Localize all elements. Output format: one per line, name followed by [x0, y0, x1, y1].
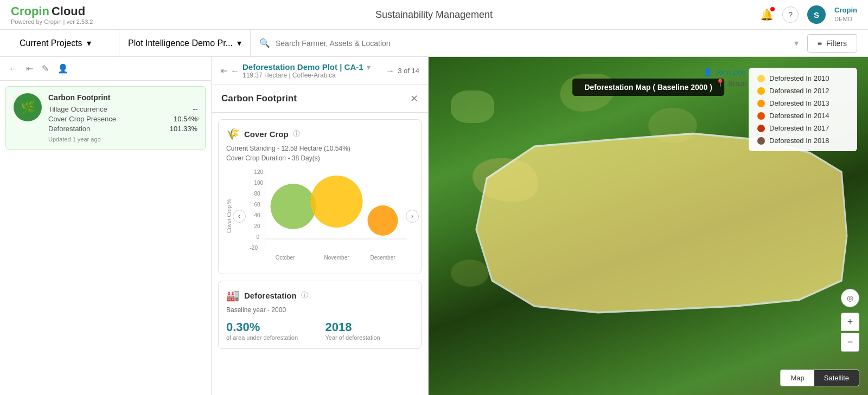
deforestation-row: Deforestation 101.33% — [48, 125, 197, 133]
nav-back[interactable]: ← — [9, 64, 17, 74]
svg-marker-16 — [476, 134, 847, 313]
svg-text:60: 60 — [254, 202, 261, 208]
zoom-out-button[interactable]: − — [841, 333, 859, 352]
logo-name-green: Cropin — [11, 4, 49, 18]
compass-button[interactable]: ◎ — [841, 289, 859, 307]
legend-label-2012: Deforested In 2012 — [769, 87, 829, 95]
modal-close-button[interactable]: ✕ — [410, 93, 418, 105]
location-pin-icon: 📍 — [716, 79, 725, 87]
legend-dot-2012 — [757, 87, 765, 95]
tillage-value: -- — [193, 105, 197, 113]
svg-text:0: 0 — [257, 234, 260, 240]
project-dropdown[interactable]: Current Projects ▾ — [11, 30, 119, 56]
legend-label-2014: Deforested In 2014 — [769, 112, 829, 120]
user-link[interactable]: John Doe — [716, 68, 746, 76]
legend-dot-2017 — [757, 125, 765, 132]
map-legend: Deforested In 2010 Deforested In 2012 De… — [749, 68, 857, 151]
plot-label: Plot Intelligence Demo Pr... — [128, 38, 233, 48]
left-nav: ← ⇤ ✎ 👤 — [0, 57, 211, 81]
center-panel: ⇤ ← Deforestation Demo Plot | CA-1 ▾ 119… — [212, 57, 429, 395]
map-area: Deforestation Map ( Baseline 2000 ) 👤 Jo… — [429, 57, 868, 395]
nav-user[interactable]: 👤 — [58, 63, 68, 74]
plot-nav-next[interactable]: → — [386, 66, 394, 76]
card-icon: 🌿 — [14, 93, 42, 121]
location-country: Brazil — [728, 79, 746, 87]
map-label: Deforestation Map ( Baseline 2000 ) — [572, 79, 724, 96]
satellite-view-button[interactable]: Satellite — [814, 370, 859, 386]
svg-point-10 — [271, 184, 316, 229]
left-panel: ← ⇤ ✎ 👤 🌿 Carbon Footprint Tillage Occur… — [0, 57, 212, 395]
cover-crop-label: Cover Crop Presence — [48, 115, 116, 123]
plot-info: Deforestation Demo Plot | CA-1 ▾ 119.37 … — [242, 62, 382, 79]
legend-dot-2018 — [757, 137, 765, 145]
user-name: Cropin — [834, 6, 857, 15]
legend-item-2010: Deforested In 2010 — [757, 74, 848, 82]
card-title: Carbon Footprint — [48, 93, 197, 102]
deforestation-section: 🏭 Deforestation ⓘ Baseline year - 2000 0… — [218, 281, 422, 349]
cover-crop-title: Cover Crop — [244, 129, 289, 139]
svg-point-11 — [311, 176, 363, 228]
svg-text:100: 100 — [254, 180, 264, 186]
map-background: Deforestation Map ( Baseline 2000 ) 👤 Jo… — [429, 57, 868, 395]
plot-nav-first[interactable]: ⇤ — [220, 66, 227, 76]
chart-inner: 120 100 80 60 40 20 0 -20 — [238, 166, 413, 266]
svg-text:40: 40 — [254, 212, 261, 218]
page-indicator: 3 of 14 — [398, 67, 419, 75]
deforestation-stats: 0.30% of area under deforestation 2018 Y… — [226, 320, 413, 341]
svg-text:October: October — [276, 255, 295, 261]
legend-label-2017: Deforested In 2017 — [769, 124, 829, 132]
modal-header: Carbon Footprint ✕ — [212, 85, 428, 113]
legend-label-2013: Deforested In 2013 — [769, 99, 829, 107]
legend-item-2017: Deforested In 2017 — [757, 124, 848, 132]
search-dropdown-arrow: ▾ — [794, 38, 799, 48]
deforestation-label: Deforestation — [48, 125, 90, 133]
chart-wrapper: Cover Crop % 120 100 80 60 40 20 0 — [226, 166, 413, 266]
nav-edit[interactable]: ✎ — [42, 63, 49, 74]
carbon-modal: Carbon Footprint ✕ 🌾 Cover Crop ⓘ Curren… — [212, 85, 428, 349]
plot-subtitle: 119.37 Hectare | Coffee-Arabica — [242, 72, 382, 79]
avatar[interactable]: S — [807, 5, 826, 24]
filter-icon: ≡ — [818, 39, 822, 48]
user-row: 👤 John Doe — [703, 68, 746, 76]
legend-item-2012: Deforested In 2012 — [757, 87, 848, 95]
svg-text:20: 20 — [254, 223, 261, 229]
filters-button[interactable]: ≡ Filters — [807, 34, 857, 53]
help-icon[interactable]: ? — [782, 7, 799, 23]
deforestation-title: Deforestation — [244, 291, 297, 300]
map-view-button[interactable]: Map — [781, 370, 814, 386]
carbon-footprint-card[interactable]: 🌿 Carbon Footprint Tillage Occurrence --… — [5, 86, 206, 150]
svg-text:December: December — [370, 255, 395, 261]
plot-nav-prev[interactable]: ← — [231, 66, 239, 76]
deforestation-header: 🏭 Deforestation ⓘ — [226, 289, 413, 302]
plot-dropdown[interactable]: Plot Intelligence Demo Pr... ▾ — [119, 30, 251, 56]
page-title: Sustainability Management — [375, 9, 493, 21]
svg-point-12 — [368, 205, 398, 236]
search-area: 🔍 ▾ — [251, 38, 807, 48]
user-person-icon: 👤 — [703, 68, 712, 76]
defor-percent-stat: 0.30% of area under deforestation — [226, 320, 315, 341]
defor-percent: 0.30% — [226, 320, 315, 334]
info-icon[interactable]: ⓘ — [293, 129, 300, 139]
user-info-panel: 👤 John Doe 📍 Brazil — [703, 68, 746, 87]
cover-crop-section: 🌾 Cover Crop ⓘ Current Standing - 12.58 … — [218, 119, 422, 274]
plot-dropdown-arrow[interactable]: ▾ — [367, 63, 371, 72]
defor-year-label: Year of deforestation — [326, 334, 414, 341]
zoom-in-button[interactable]: + — [841, 313, 859, 331]
cover-crop-duration: Cover Crop Duration - 38 Day(s) — [226, 154, 413, 162]
cover-crop-chart: Cover Crop % 120 100 80 60 40 20 0 — [226, 166, 413, 266]
defor-year-stat: 2018 Year of deforestation — [326, 320, 414, 341]
deforestation-info-icon[interactable]: ⓘ — [301, 290, 308, 300]
project-label: Current Projects — [20, 38, 82, 48]
legend-dot-2013 — [757, 100, 765, 107]
search-input[interactable] — [276, 39, 789, 48]
chart-next-button[interactable]: › — [406, 210, 419, 223]
map-satellite-toggle: Map Satellite — [780, 370, 859, 386]
legend-label-2010: Deforested In 2010 — [769, 74, 829, 82]
card-body: Carbon Footprint Tillage Occurrence -- C… — [48, 93, 197, 143]
chart-prev-button[interactable]: ‹ — [233, 210, 246, 223]
project-dropdown-arrow: ▾ — [87, 38, 91, 48]
search-icon: 🔍 — [259, 38, 270, 48]
notification-icon[interactable]: 🔔 — [760, 8, 774, 21]
nav-back-first[interactable]: ⇤ — [26, 63, 33, 74]
cover-crop-header: 🌾 Cover Crop ⓘ — [226, 127, 413, 140]
